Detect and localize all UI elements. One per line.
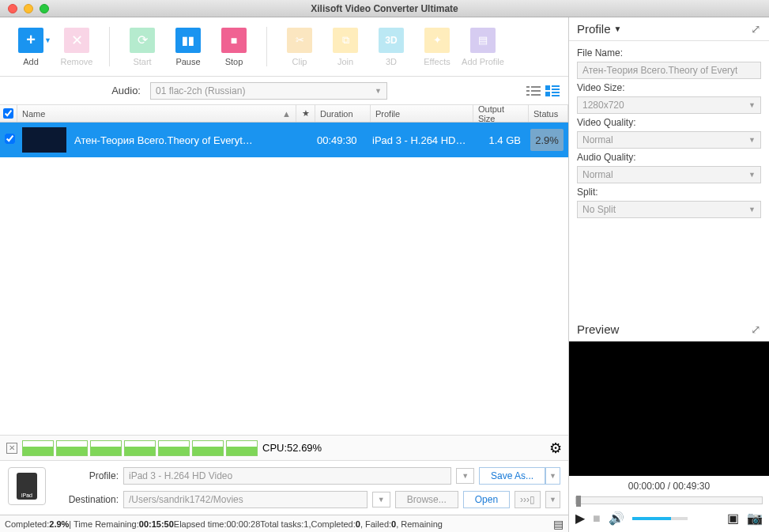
skip-dropdown[interactable]: ▼ <box>545 491 560 508</box>
col-status[interactable]: Status <box>529 105 568 122</box>
expand-icon[interactable]: ⤢ <box>751 22 761 36</box>
play-icon[interactable]: ▶ <box>575 511 585 526</box>
audioqual-label: Audio Quality: <box>577 152 761 163</box>
pause-icon: ▮▮ <box>175 28 201 53</box>
x-icon: ✕ <box>64 28 89 53</box>
row-status: 2.9% <box>530 129 564 151</box>
volume-slider[interactable] <box>632 517 688 520</box>
3d-icon: 3D <box>379 28 404 53</box>
row-duration: 00:49:30 <box>312 134 368 146</box>
row-size: 1.4 GB <box>470 134 526 146</box>
preview-panel-header: Preview ⤢ <box>569 318 769 341</box>
add-profile-button[interactable]: ▤ Add Profile <box>460 19 506 74</box>
svg-rect-8 <box>552 89 560 90</box>
snapshot-icon[interactable]: 📷 <box>747 511 763 526</box>
col-star[interactable]: ★ <box>296 105 315 122</box>
svg-rect-3 <box>531 90 541 92</box>
svg-rect-7 <box>552 85 560 87</box>
plus-icon: + ▼ <box>18 28 43 53</box>
remove-button[interactable]: ✕ Remove <box>54 19 100 74</box>
split-select[interactable]: No Split▼ <box>577 201 761 218</box>
cpu-close-button[interactable]: ✕ <box>6 443 17 454</box>
browse-button[interactable]: Browse... <box>395 491 458 508</box>
thumbnail <box>22 127 66 153</box>
stop-preview-icon[interactable]: ■ <box>593 511 601 526</box>
titlebar: Xilisoft Video Converter Ultimate <box>0 0 769 17</box>
videosize-label: Video Size: <box>577 82 761 93</box>
preview-video <box>569 341 769 476</box>
preview-scrubber[interactable] <box>575 496 763 504</box>
videoqual-label: Video Quality: <box>577 117 761 128</box>
audio-select[interactable]: 01 flac-2ch (Russian) ▼ <box>150 82 387 100</box>
row-profile: iPad 3 - H.264 HD… <box>368 134 470 146</box>
3d-button[interactable]: 3D 3D <box>368 19 414 74</box>
col-duration[interactable]: Duration <box>315 105 371 122</box>
refresh-icon: ⟳ <box>130 28 155 53</box>
col-profile[interactable]: Profile <box>371 105 473 122</box>
stop-button[interactable]: ■ Stop <box>211 19 257 74</box>
chevron-down-icon[interactable]: ▼ <box>456 468 474 484</box>
list-view-icon[interactable] <box>526 85 541 97</box>
preview-time: 00:00:00 / 00:49:30 <box>569 476 769 496</box>
expand-icon[interactable]: ⤢ <box>751 323 761 337</box>
profile-select[interactable]: iPad 3 - H.264 HD Video <box>123 467 451 485</box>
svg-rect-10 <box>552 92 560 93</box>
toolbar: + ▼ Add ✕ Remove ⟳ Start ▮▮ Paus <box>0 17 568 77</box>
svg-rect-11 <box>552 95 560 96</box>
profile-panel-header: Profile▼ ⤢ <box>569 17 769 41</box>
cpu-label: CPU:52.69% <box>262 442 322 454</box>
cpu-graphs <box>22 440 258 456</box>
svg-rect-2 <box>526 90 530 92</box>
videoqual-select[interactable]: Normal▼ <box>577 131 761 149</box>
destination-field[interactable]: /Users/sandrik1742/Movies <box>123 491 368 508</box>
volume-icon[interactable]: 🔊 <box>609 511 624 526</box>
join-button[interactable]: ⧉ Join <box>322 19 368 74</box>
stop-icon: ■ <box>221 28 247 53</box>
start-button[interactable]: ⟳ Start <box>119 19 165 74</box>
join-icon: ⧉ <box>333 28 358 53</box>
list-header: Name▲ ★ Duration Profile Output Size Sta… <box>0 105 568 123</box>
filename-label: File Name: <box>577 47 761 58</box>
document-icon: ▤ <box>470 28 496 53</box>
filename-field[interactable]: Атен-Теория Всего.Theory of Everyt <box>577 62 761 79</box>
skip-button[interactable]: ›››▯ <box>515 491 541 508</box>
wand-icon: ✦ <box>424 28 450 53</box>
chevron-down-icon: ▼ <box>375 87 382 95</box>
row-checkbox[interactable] <box>5 134 15 144</box>
col-output-size[interactable]: Output Size <box>473 105 529 122</box>
svg-rect-0 <box>526 86 530 88</box>
svg-rect-6 <box>545 85 550 90</box>
profile-field-label: Profile: <box>55 470 119 481</box>
audioqual-select[interactable]: Normal▼ <box>577 166 761 183</box>
save-as-button[interactable]: Save As... <box>479 467 545 485</box>
scissors-icon: ✂ <box>287 28 312 53</box>
window-title: Xilisoft Video Converter Ultimate <box>0 3 769 14</box>
log-icon[interactable]: ▤ <box>553 518 564 530</box>
open-button[interactable]: Open <box>463 491 510 508</box>
clip-button[interactable]: ✂ Clip <box>277 19 322 74</box>
svg-rect-4 <box>526 94 530 96</box>
table-row[interactable]: Атен-Теория Всего.Theory of Everyt… 00:4… <box>0 123 568 157</box>
svg-rect-5 <box>531 94 541 96</box>
gear-icon[interactable]: ⚙ <box>549 440 562 457</box>
crop-icon[interactable]: ▣ <box>727 511 739 526</box>
svg-rect-1 <box>531 86 541 88</box>
audio-label: Audio: <box>8 85 150 96</box>
select-all-checkbox[interactable] <box>3 108 13 119</box>
add-button[interactable]: + ▼ Add <box>8 19 54 74</box>
col-name[interactable]: Name▲ <box>17 105 296 122</box>
videosize-select[interactable]: 1280x720▼ <box>577 96 761 114</box>
save-as-dropdown[interactable]: ▼ <box>545 467 560 485</box>
grid-view-icon[interactable] <box>545 85 560 97</box>
split-label: Split: <box>577 187 761 198</box>
effects-button[interactable]: ✦ Effects <box>414 19 460 74</box>
svg-rect-9 <box>545 92 550 96</box>
device-icon: iPad <box>8 467 46 505</box>
chevron-down-icon[interactable]: ▼ <box>372 492 390 507</box>
status-bar: Completed: 2.9% | Time Remaining: 00:15:… <box>0 515 568 532</box>
row-name: Атен-Теория Всего.Theory of Everyt… <box>74 134 253 146</box>
list-body: Атен-Теория Всего.Theory of Everyt… 00:4… <box>0 123 568 435</box>
destination-label: Destination: <box>55 494 119 505</box>
pause-button[interactable]: ▮▮ Pause <box>165 19 211 74</box>
